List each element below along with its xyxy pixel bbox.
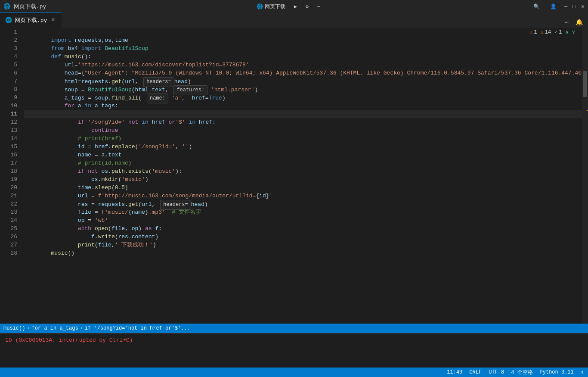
status-line-col[interactable]: 11:49: [447, 369, 462, 375]
line-num-9: 9: [2, 93, 17, 102]
line-num-13: 13: [2, 126, 17, 134]
code-editor[interactable]: import requests,os,time from bs4 import …: [21, 28, 582, 324]
line-num-6: 6: [2, 69, 17, 77]
line-num-14: 14: [2, 134, 17, 143]
status-indent[interactable]: 4 个空格: [511, 369, 532, 376]
line-num-15: 15: [2, 143, 17, 151]
ok-count: ✓ 1: [554, 29, 562, 35]
code-line-8: a_tags = soup.find_all( name: 'a', href=…: [24, 85, 582, 93]
line-num-19: 19: [2, 175, 17, 184]
line-num-28: 28: [2, 249, 17, 257]
code-line-2: from bs4 import BeautifulSoup: [24, 36, 582, 44]
warning-icon: ⚠: [540, 29, 543, 35]
code-line-11: if '/song?id=' not in href or'$' in href…: [24, 110, 582, 118]
status-line-ending[interactable]: CRLF: [469, 369, 482, 375]
tab-网页下载[interactable]: 🌐 网页下载.py ×: [0, 12, 62, 28]
code-line-12: continue: [24, 118, 582, 126]
scrollbar-thumb[interactable]: [583, 71, 587, 97]
warning-count: ⚠ 14: [540, 29, 551, 35]
minimize-button[interactable]: ─: [564, 3, 568, 10]
up-arrow[interactable]: ∧: [566, 29, 569, 35]
line-num-16: 16: [2, 151, 17, 159]
run-button[interactable]: 🌐 网页下载: [254, 2, 288, 11]
line-num-25: 25: [2, 224, 17, 233]
code-line-1: import requests,os,time: [24, 28, 582, 36]
tab-more-icon[interactable]: ⋯: [563, 17, 570, 28]
play-button[interactable]: ▶: [291, 3, 300, 11]
code-line-25: f.write(res.content): [24, 224, 582, 233]
line-num-26: 26: [2, 233, 17, 241]
scrollbar[interactable]: [582, 28, 588, 324]
code-line-21: res = requests.get(url, headers=head): [24, 192, 582, 200]
line-num-7: 7: [2, 77, 17, 85]
editor-wrapper: ⚠ 1 ⚠ 14 ✓ 1 ∧ ∨ 1 2 3 4 5 6 7 8 9 10 11…: [0, 28, 588, 324]
error-count: ⚠ 1: [529, 29, 537, 35]
error-icon: ⚠: [529, 29, 532, 35]
code-line-13: # print(href): [24, 126, 582, 134]
editor-area: 1 2 3 4 5 6 7 8 9 10 11 12 13 14 15 16 1…: [0, 28, 588, 324]
code-line-4: url='https://music.163.com/discover/topl…: [24, 53, 582, 61]
terminal-error-output: 10 (0xC000013A: interrupted by Ctrl+C): [5, 337, 583, 343]
line-num-12: 12: [2, 118, 17, 126]
tab-label: 网页下载.py: [15, 16, 47, 24]
tab-close-button[interactable]: ×: [50, 17, 56, 24]
code-line-26: print(file,' 下载成功！'): [24, 233, 582, 241]
line-num-21: 21: [2, 192, 17, 200]
code-line-27: music(): [24, 241, 582, 249]
breadcrumb-item-2[interactable]: for a in a_tags: [32, 325, 78, 331]
app-icon: 🌐: [3, 3, 10, 10]
title-bar-filename: 网页下载.py: [14, 3, 46, 10]
code-line-7: soup = BeautifulSoup(html.text, features…: [24, 77, 582, 85]
line-num-23: 23: [2, 208, 17, 216]
line-num-4: 4: [2, 53, 17, 61]
close-button[interactable]: ✕: [581, 3, 585, 10]
status-encoding[interactable]: UTF-8: [489, 369, 504, 375]
debug-button[interactable]: ⚙: [303, 3, 311, 11]
notification-icon[interactable]: 🔔: [574, 17, 585, 28]
line-num-24: 24: [2, 216, 17, 224]
error-number: 1: [534, 29, 537, 35]
line-num-10: 10: [2, 102, 17, 110]
status-language[interactable]: Python 3.11: [540, 369, 574, 375]
line-num-11: 11: [2, 110, 17, 118]
ok-icon: ✓: [554, 29, 557, 35]
tab-bar-actions: ⋯ 🔔: [563, 17, 588, 28]
code-line-28: [24, 249, 582, 257]
code-line-5: head={"User-Agent": "Mozilla/5.0 (Window…: [24, 61, 582, 69]
title-bar-left: 🌐 网页下载.py: [3, 3, 46, 10]
status-upload-icon[interactable]: ⬆: [581, 369, 584, 376]
code-line-9: for a in a_tags:: [24, 93, 582, 102]
code-line-3: def music():: [24, 44, 582, 53]
breadcrumb-item-3[interactable]: if '/song?id='not in href or'$'...: [85, 325, 190, 331]
status-bar: 11:49 CRLF UTF-8 4 个空格 Python 3.11 ⬆: [0, 368, 588, 377]
code-line-10: href=a['href']: [24, 102, 582, 110]
code-line-22: file = f'music/{name}.mp3' # 文件名字: [24, 200, 582, 208]
search-icon[interactable]: 🔍: [531, 3, 542, 11]
ok-number: 1: [559, 29, 562, 35]
line-num-22: 22: [2, 200, 17, 208]
line-num-2: 2: [2, 36, 17, 44]
error-indicators: ⚠ 1 ⚠ 14 ✓ 1 ∧ ∨: [529, 29, 575, 35]
breadcrumb-sep-2: ›: [80, 325, 83, 331]
title-bar-right: 🔍 👤 ─ □ ✕: [531, 3, 585, 11]
line-num-27: 27: [2, 241, 17, 249]
line-num-1: 1: [2, 28, 17, 36]
line-num-5: 5: [2, 61, 17, 69]
code-line-16: # print(id,name): [24, 151, 582, 159]
tab-bar: 🌐 网页下载.py × ⋯ 🔔: [0, 13, 588, 28]
more-button[interactable]: ⋯: [315, 3, 323, 11]
breadcrumb-item-1[interactable]: music(): [3, 325, 25, 331]
code-line-18: os.mkdir('music'): [24, 167, 582, 175]
maximize-button[interactable]: □: [573, 3, 576, 10]
code-line-19: time.sleep(0.5): [24, 175, 582, 184]
warning-number: 14: [545, 29, 551, 35]
settings-icon[interactable]: 👤: [548, 3, 559, 11]
code-line-17: if not os.path.exists('music'):: [24, 159, 582, 167]
down-arrow[interactable]: ∨: [572, 29, 575, 35]
tab-icon: 🌐: [5, 17, 12, 24]
status-bar-right: 11:49 CRLF UTF-8 4 个空格 Python 3.11 ⬆: [447, 369, 584, 376]
breadcrumb-sep-1: ›: [27, 325, 30, 331]
terminal-area: 10 (0xC000013A: interrupted by Ctrl+C): [0, 333, 588, 368]
code-line-14: id = href.replace('/song?id=', ''): [24, 134, 582, 143]
breadcrumb-bar: music() › for a in a_tags › if '/song?id…: [0, 324, 588, 333]
